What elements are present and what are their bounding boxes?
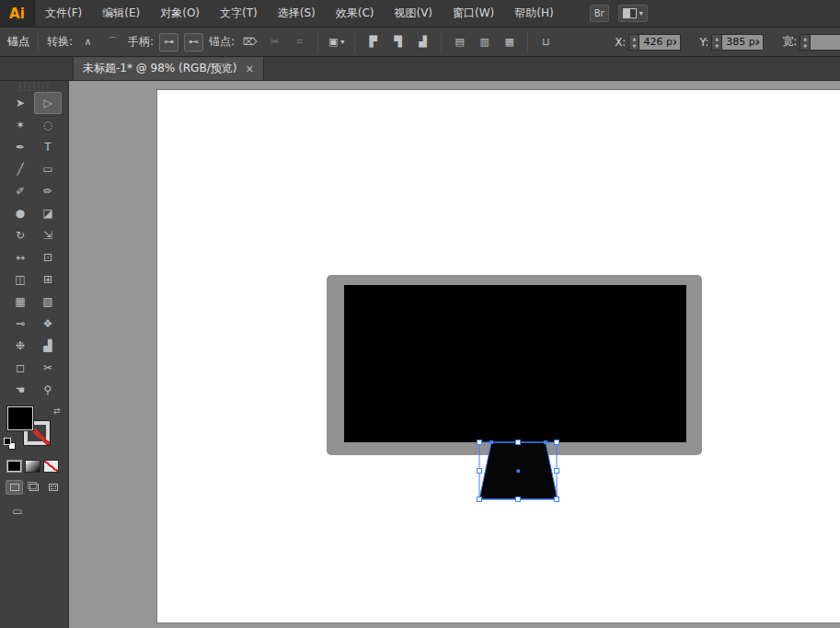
- menu-edit[interactable]: 编辑(E): [92, 0, 150, 27]
- rotate-tool[interactable]: ↻: [6, 224, 34, 246]
- handle-top-center[interactable]: [516, 440, 521, 445]
- align-right-button[interactable]: ▟: [413, 33, 432, 51]
- connect-path-button[interactable]: ⌗: [290, 33, 309, 51]
- screen-mode-button[interactable]: ▭: [7, 503, 28, 519]
- selection-tool-icon: ➤: [16, 97, 25, 109]
- handle-middle-left[interactable]: [478, 469, 482, 474]
- bridge-button[interactable]: Br: [590, 5, 609, 22]
- convert-to-corner-button[interactable]: ∧: [78, 33, 98, 51]
- x-stepper[interactable]: ▲ ▼: [628, 34, 639, 51]
- none-mode-button[interactable]: [43, 460, 59, 473]
- show-handles-button[interactable]: ⊶: [159, 33, 178, 51]
- swap-fill-stroke-icon[interactable]: ⇄: [53, 406, 61, 416]
- hide-handles-button[interactable]: ⊷: [184, 33, 203, 51]
- free-transform-tool[interactable]: ⊡: [34, 246, 62, 268]
- paintbrush-tool[interactable]: ✐: [6, 180, 34, 202]
- scale-icon: ⇲: [43, 229, 52, 242]
- draw-behind-button[interactable]: [25, 480, 42, 495]
- gradient-mode-button[interactable]: [25, 460, 40, 473]
- artboard-tool[interactable]: ◻: [6, 357, 34, 379]
- distribute-top-icon: ▤: [455, 36, 464, 48]
- handle-bottom-left[interactable]: [478, 497, 482, 502]
- stepper-up-icon[interactable]: ▲: [712, 35, 721, 42]
- distribute-middle-button[interactable]: ▥: [475, 33, 494, 51]
- width-stepper[interactable]: ▲ ▼: [800, 34, 810, 51]
- canvas-pasteboard[interactable]: [69, 81, 840, 628]
- stepper-up-icon[interactable]: ▲: [800, 35, 810, 42]
- shape-builder-tool[interactable]: ◫: [6, 268, 34, 291]
- draw-mode-buttons: [0, 473, 68, 495]
- gradient-tool[interactable]: ▧: [34, 291, 62, 313]
- eraser-tool[interactable]: ◪: [34, 202, 62, 224]
- handle-top-right[interactable]: [555, 440, 559, 445]
- pen-tool[interactable]: ✒: [6, 136, 34, 158]
- distribute-top-button[interactable]: ▤: [450, 33, 469, 51]
- align-left-button[interactable]: ▛: [363, 33, 383, 51]
- tv-frame-shape[interactable]: [327, 275, 702, 455]
- draw-inside-button[interactable]: [45, 480, 63, 495]
- draw-normal-button[interactable]: [6, 480, 23, 495]
- tv-screen-shape[interactable]: [344, 285, 686, 442]
- menu-window[interactable]: 窗口(W): [443, 0, 504, 27]
- line-segment-tool[interactable]: ╱: [6, 158, 34, 180]
- stepper-down-icon[interactable]: ▼: [712, 42, 721, 50]
- hand-tool[interactable]: ☚: [6, 379, 34, 401]
- magic-wand-tool[interactable]: ✶: [6, 114, 34, 136]
- convert-to-smooth-button[interactable]: ⌒: [103, 33, 122, 51]
- menu-help[interactable]: 帮助(H): [504, 0, 563, 27]
- column-graph-tool[interactable]: ▟: [34, 335, 62, 357]
- anchor-point-top-left[interactable]: [489, 440, 493, 444]
- scale-tool[interactable]: ⇲: [34, 224, 62, 246]
- default-fill-stroke-icon[interactable]: [4, 438, 17, 451]
- stepper-down-icon[interactable]: ▼: [800, 42, 810, 50]
- color-mode-button[interactable]: [6, 460, 22, 473]
- selection-tool[interactable]: ➤: [6, 92, 34, 114]
- perspective-grid-tool[interactable]: ⊞: [34, 268, 62, 291]
- remove-anchor-button[interactable]: ⌦: [240, 33, 259, 51]
- menu-effect[interactable]: 效果(C): [326, 0, 385, 27]
- tv-stand-selection[interactable]: [474, 436, 566, 508]
- lasso-tool[interactable]: ◌: [34, 114, 62, 136]
- menu-file[interactable]: 文件(F): [35, 0, 92, 27]
- width-tool[interactable]: ↔: [6, 246, 34, 268]
- isolate-selection-button[interactable]: ▣▾: [327, 33, 346, 51]
- direct-selection-tool[interactable]: ▷: [34, 92, 62, 114]
- anchor-point-top-right[interactable]: [544, 440, 547, 444]
- handle-top-left[interactable]: [478, 440, 482, 445]
- eyedropper-tool[interactable]: ⊸: [6, 313, 34, 335]
- menu-object[interactable]: 对象(O): [150, 0, 210, 27]
- stepper-up-icon[interactable]: ▲: [629, 35, 639, 42]
- mesh-tool[interactable]: ▦: [6, 291, 34, 313]
- rectangle-tool[interactable]: ▭: [34, 158, 62, 180]
- close-icon[interactable]: ×: [245, 63, 254, 75]
- bridge-icon: Br: [594, 8, 604, 18]
- align-center-button[interactable]: ▜: [388, 33, 408, 51]
- handle-bottom-center[interactable]: [516, 497, 521, 502]
- menu-view[interactable]: 视图(V): [384, 0, 443, 27]
- blob-brush-tool[interactable]: ●: [6, 202, 34, 224]
- draw-inside-icon: [49, 484, 58, 491]
- width-input[interactable]: [810, 34, 840, 51]
- menu-select[interactable]: 选择(S): [268, 0, 326, 27]
- document-tab[interactable]: 未标题-1* @ 98% (RGB/预览) ×: [73, 57, 264, 80]
- y-position-input[interactable]: [721, 34, 764, 51]
- type-tool[interactable]: T: [34, 136, 62, 158]
- fill-color-swatch[interactable]: [7, 406, 33, 430]
- distribute-bottom-button[interactable]: ▦: [500, 33, 519, 51]
- menu-type[interactable]: 文字(T): [210, 0, 268, 27]
- arrange-documents-button[interactable]: ▾: [618, 5, 648, 22]
- handle-middle-right[interactable]: [555, 469, 559, 474]
- eraser-icon: ◪: [42, 207, 52, 220]
- cut-path-button[interactable]: ✂: [265, 33, 284, 51]
- y-stepper[interactable]: ▲ ▼: [711, 34, 721, 51]
- symbol-sprayer-tool[interactable]: ❉: [6, 335, 34, 357]
- toolbar-grip[interactable]: [17, 83, 52, 91]
- blend-tool[interactable]: ❖: [34, 313, 62, 335]
- stepper-down-icon[interactable]: ▼: [629, 42, 639, 50]
- handle-bottom-right[interactable]: [555, 497, 559, 502]
- slice-tool[interactable]: ✂: [34, 357, 62, 379]
- x-position-input[interactable]: [639, 34, 681, 51]
- transform-button[interactable]: ⊔: [536, 33, 556, 51]
- pencil-tool[interactable]: ✏: [34, 180, 62, 202]
- zoom-tool[interactable]: ⚲: [34, 379, 62, 401]
